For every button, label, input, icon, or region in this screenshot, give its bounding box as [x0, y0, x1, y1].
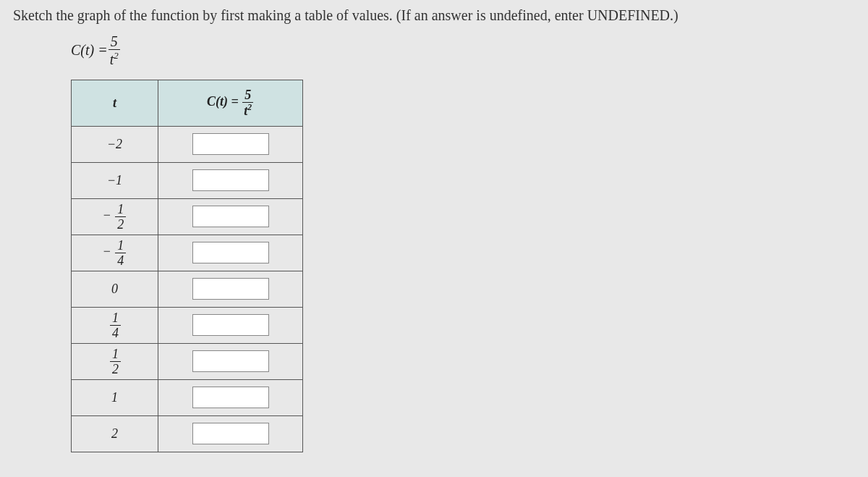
table-row: 1 4 [72, 307, 303, 343]
equation-lhs: C(t) = [71, 42, 108, 59]
t-frac-den: 4 [115, 253, 126, 267]
t-sign: − [103, 244, 112, 258]
t-fraction: 1 2 [110, 347, 121, 376]
t-fraction: 1 4 [115, 239, 126, 267]
header-c-den: t2 [242, 103, 254, 117]
table-header-c: C(t) = 5 t2 [158, 80, 303, 126]
t-fraction: 1 2 [115, 203, 126, 231]
answer-input-5[interactable] [192, 314, 269, 336]
t-value: 0 [72, 271, 158, 307]
t-fraction: 1 4 [110, 311, 121, 339]
t-value: 1 [72, 379, 158, 415]
header-c-fraction: 5 t2 [242, 88, 254, 117]
answer-input-1[interactable] [192, 169, 269, 191]
answer-input-4[interactable] [192, 278, 269, 300]
answer-input-2[interactable] [192, 206, 269, 227]
table-row: − 1 2 [72, 198, 303, 235]
t-frac-num: 1 [110, 347, 121, 362]
t-value: −2 [72, 126, 158, 162]
values-table: t C(t) = 5 t2 −2 −1 [71, 80, 303, 452]
answer-input-8[interactable] [192, 423, 269, 444]
t-value: −1 [72, 162, 158, 198]
t-frac-num: 1 [110, 311, 121, 326]
t-value: − 1 2 [72, 198, 158, 235]
t-frac-num: 1 [115, 203, 126, 217]
t-value: 1 2 [72, 343, 158, 379]
answer-input-0[interactable] [192, 133, 269, 155]
question-text: Sketch the graph of the function by firs… [13, 7, 855, 24]
t-frac-den: 2 [110, 362, 121, 376]
equation-denominator: t2 [108, 50, 121, 67]
table-row: −1 [72, 162, 303, 198]
header-c-num: 5 [242, 88, 253, 103]
t-value: − 1 4 [72, 235, 158, 271]
table-row: 1 [72, 379, 303, 415]
header-c-den-exp: 2 [247, 103, 252, 112]
t-value: 2 [72, 415, 158, 452]
table-row: 0 [72, 271, 303, 307]
table-header-t: t [72, 80, 158, 126]
answer-input-3[interactable] [192, 242, 269, 263]
t-frac-den: 2 [115, 217, 126, 231]
header-c-lhs: C(t) = [207, 94, 242, 109]
equation-fraction: 5 t2 [108, 34, 121, 67]
t-frac-num: 1 [115, 239, 126, 253]
answer-input-7[interactable] [192, 387, 269, 408]
t-sign: − [103, 208, 112, 222]
table-row: 1 2 [72, 343, 303, 379]
table-row: − 1 4 [72, 235, 303, 271]
equation-den-exp: 2 [114, 50, 119, 61]
function-definition: C(t) = 5 t2 [71, 34, 855, 67]
t-frac-den: 4 [110, 326, 121, 339]
table-row: 2 [72, 415, 303, 452]
equation-numerator: 5 [109, 34, 120, 50]
table-row: −2 [72, 126, 303, 162]
answer-input-6[interactable] [192, 350, 269, 372]
t-value: 1 4 [72, 307, 158, 343]
